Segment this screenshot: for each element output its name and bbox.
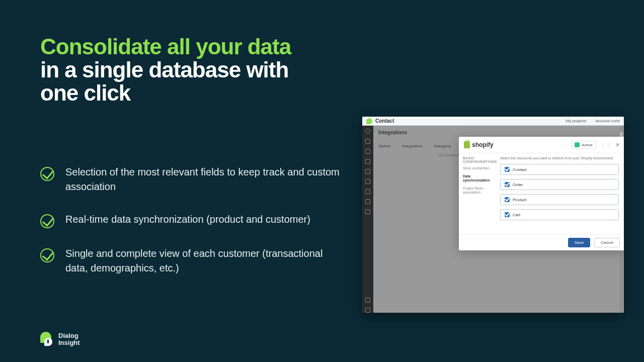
check-icon — [40, 167, 54, 181]
bullet-text: Real-time data synchronization (product … — [65, 212, 310, 228]
bullet-text: Single and complete view of each custome… — [65, 246, 342, 276]
screenshot-panel: Contact My projects Account code I — [362, 117, 624, 313]
resource-row-contact[interactable]: Contact — [500, 164, 619, 175]
shopify-logo: shopify — [464, 141, 494, 148]
resource-row-order[interactable]: Order — [500, 179, 619, 190]
checkbox-icon[interactable] — [505, 182, 510, 187]
modal-section-title: BASIC CONFIGURATIONS — [463, 156, 494, 163]
resource-label: Contact — [513, 167, 527, 172]
app-logo-icon — [366, 118, 372, 124]
resource-label: Order — [513, 183, 523, 187]
sidebar-icon[interactable] — [365, 298, 370, 303]
col-category: Category — [434, 144, 451, 148]
headline: Consolidate all your data in a single da… — [40, 35, 362, 105]
brand: Dialog Insight — [40, 332, 80, 347]
brand-line-1: Dialog — [58, 332, 80, 339]
section-heading: Integrations — [378, 130, 407, 135]
checkbox-icon[interactable] — [505, 212, 510, 217]
modal-header: shopify Active ⋮⋮ ✕ — [459, 137, 624, 153]
sidebar-icon[interactable] — [365, 159, 370, 164]
bullet-item: Selection of the most relevant fields to… — [40, 165, 342, 194]
headline-accent: Consolidate all your data — [40, 35, 362, 58]
check-icon — [40, 214, 54, 228]
bullet-list: Selection of the most relevant fields to… — [40, 165, 342, 294]
sidebar-icon[interactable] — [365, 149, 370, 154]
active-label: Active — [582, 143, 593, 147]
bullet-item: Real-time data synchronization (product … — [40, 212, 342, 228]
checkbox-icon[interactable] — [505, 197, 510, 202]
sidebar-icon[interactable] — [365, 169, 370, 174]
modal-sidebar: BASIC CONFIGURATIONS Store connection Da… — [459, 153, 498, 234]
topbar-link-account[interactable]: Account code — [596, 119, 620, 123]
checkbox-icon[interactable] — [505, 167, 510, 172]
check-icon — [40, 248, 54, 262]
bullet-item: Single and complete view of each custome… — [40, 246, 342, 276]
brand-logo-icon — [40, 332, 53, 347]
screenshot-sidebar — [362, 126, 373, 313]
topbar-link-projects[interactable]: My projects — [566, 119, 587, 123]
integration-modal: shopify Active ⋮⋮ ✕ BASIC CONFIGURATIONS — [459, 137, 624, 250]
shopify-bag-icon — [464, 141, 470, 148]
save-button[interactable]: Save — [568, 238, 590, 247]
headline-line-1: in a single database with — [40, 58, 362, 81]
screenshot-topbar: Contact My projects Account code — [362, 117, 624, 126]
resource-label: Cart — [513, 213, 520, 217]
cancel-button[interactable]: Cancel — [594, 238, 620, 247]
provider-name: shopify — [472, 141, 494, 148]
modal-footer: Save Cancel — [459, 234, 624, 250]
sidebar-icon[interactable] — [365, 179, 370, 184]
step-store-connection[interactable]: Store connection — [463, 166, 494, 170]
brand-line-2: Insight — [58, 339, 80, 346]
col-integration: Integration — [401, 144, 422, 148]
col-status: Status — [378, 144, 390, 148]
table-row: eCommerce — [378, 153, 469, 157]
topbar-title: Contact — [375, 118, 394, 124]
sidebar-icon[interactable] — [365, 209, 370, 214]
sidebar-icon[interactable] — [365, 129, 370, 134]
active-dot-icon — [575, 142, 580, 147]
table-header: Status Integration Category — [378, 144, 451, 148]
screenshot-main: Integrations Status Integration Category… — [373, 126, 624, 313]
bullet-text: Selection of the most relevant fields to… — [65, 165, 342, 194]
modal-description: Select the resources you want to retriev… — [500, 156, 619, 160]
step-data-sync[interactable]: Data synchronization — [463, 174, 494, 183]
step-field-assoc[interactable]: Project fields association — [463, 187, 494, 195]
sidebar-icon[interactable] — [365, 308, 370, 313]
more-icon[interactable]: ⋮⋮ — [600, 142, 611, 148]
headline-line-2: one click — [40, 81, 362, 105]
close-icon[interactable]: ✕ — [615, 142, 620, 148]
brand-name: Dialog Insight — [58, 332, 80, 346]
resource-row-product[interactable]: Product — [500, 194, 619, 205]
active-chip[interactable]: Active — [571, 141, 596, 149]
sidebar-icon[interactable] — [365, 189, 370, 194]
resource-row-cart[interactable]: Cart — [500, 209, 619, 220]
sidebar-icon[interactable] — [365, 199, 370, 204]
sidebar-icon[interactable] — [365, 139, 370, 144]
resource-label: Product — [513, 198, 527, 202]
modal-content: Select the resources you want to retriev… — [498, 153, 624, 234]
